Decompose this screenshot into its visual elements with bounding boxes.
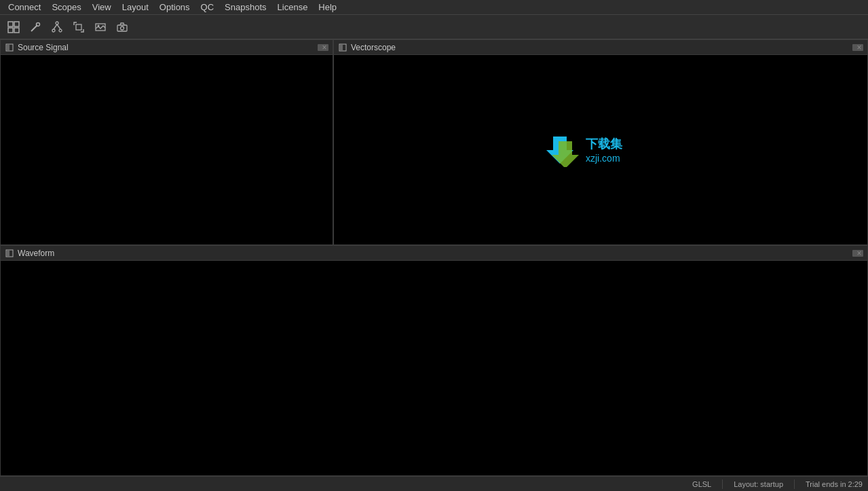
vectorscope-center: 下载集 xzji.com xyxy=(334,55,867,244)
svg-point-6 xyxy=(56,22,58,24)
menu-snapshots[interactable]: Snapshots xyxy=(219,1,271,14)
status-divider-2 xyxy=(794,479,795,489)
svg-rect-19 xyxy=(340,45,343,50)
waveform-title: Waveform xyxy=(18,249,850,258)
status-bar: GLSL Layout: startup Trial ends in 2:29 xyxy=(0,476,868,491)
camera-icon xyxy=(116,21,128,33)
menu-bar: Connect Scopes View Layout Options QC Sn… xyxy=(0,0,868,15)
vectorscope-close[interactable]: × xyxy=(854,42,865,53)
toolbar xyxy=(0,15,868,39)
menu-options[interactable]: Options xyxy=(154,1,195,14)
svg-line-9 xyxy=(54,24,57,29)
menu-help[interactable]: Help xyxy=(313,1,342,14)
main-content: Source Signal × Vectorscope × xyxy=(0,39,868,476)
svg-point-7 xyxy=(52,29,55,32)
waveform-content xyxy=(1,261,867,475)
status-layout: Layout: startup xyxy=(734,480,783,488)
svg-rect-2 xyxy=(8,28,13,33)
menu-license[interactable]: License xyxy=(272,1,314,14)
source-signal-panel: Source Signal × xyxy=(0,39,333,245)
svg-point-8 xyxy=(59,29,62,32)
crop-icon xyxy=(73,21,85,33)
vectorscope-panel-icon xyxy=(338,43,347,52)
menu-connect[interactable]: Connect xyxy=(3,1,46,14)
svg-rect-17 xyxy=(7,45,10,50)
network-icon xyxy=(51,21,63,33)
top-panels: Source Signal × Vectorscope × xyxy=(0,39,868,245)
svg-rect-25 xyxy=(7,251,10,256)
menu-qc[interactable]: QC xyxy=(195,1,220,14)
svg-rect-0 xyxy=(8,22,13,26)
image-toolbar-button[interactable] xyxy=(91,18,110,37)
vectorscope-panel: Vectorscope × 下载集 xzji.com xyxy=(333,39,868,245)
image-icon xyxy=(94,21,107,33)
vectorscope-title: Vectorscope xyxy=(351,43,850,52)
svg-text:下载集: 下载集 xyxy=(586,137,623,151)
source-signal-close[interactable]: × xyxy=(319,42,330,53)
svg-line-4 xyxy=(31,25,37,31)
svg-point-5 xyxy=(37,22,40,26)
vectorscope-content: 下载集 xzji.com xyxy=(334,55,867,244)
status-trial: Trial ends in 2:29 xyxy=(806,480,863,488)
bottom-panel: Waveform × xyxy=(0,245,868,476)
probe-toolbar-button[interactable] xyxy=(26,18,45,37)
status-divider-1 xyxy=(722,479,723,489)
source-signal-content xyxy=(1,55,333,244)
source-signal-panel-icon xyxy=(5,43,14,52)
svg-rect-1 xyxy=(14,22,19,26)
camera-toolbar-button[interactable] xyxy=(113,18,132,37)
svg-rect-3 xyxy=(14,28,19,33)
waveform-panel: Waveform × xyxy=(0,245,868,476)
svg-point-13 xyxy=(98,24,100,26)
menu-view[interactable]: View xyxy=(87,1,117,14)
probe-icon xyxy=(29,21,41,33)
source-signal-title: Source Signal xyxy=(18,43,315,52)
crop-toolbar-button[interactable] xyxy=(69,18,88,37)
grid-icon xyxy=(7,21,20,33)
grid-toolbar-button[interactable] xyxy=(4,18,23,37)
waveform-header: Waveform × xyxy=(1,246,867,261)
status-renderer: GLSL xyxy=(692,480,711,488)
waveform-panel-icon xyxy=(5,249,14,258)
watermark-logo: 下载集 xzji.com xyxy=(546,133,655,167)
menu-scopes[interactable]: Scopes xyxy=(46,1,86,14)
vectorscope-header: Vectorscope × xyxy=(334,40,867,55)
svg-rect-11 xyxy=(76,24,81,30)
svg-line-10 xyxy=(57,24,60,29)
svg-text:xzji.com: xzji.com xyxy=(586,153,620,164)
network-toolbar-button[interactable] xyxy=(48,18,67,37)
svg-point-15 xyxy=(121,26,124,30)
source-signal-header: Source Signal × xyxy=(1,40,333,55)
svg-rect-14 xyxy=(117,25,127,31)
waveform-close[interactable]: × xyxy=(854,248,865,259)
menu-layout[interactable]: Layout xyxy=(117,1,154,14)
